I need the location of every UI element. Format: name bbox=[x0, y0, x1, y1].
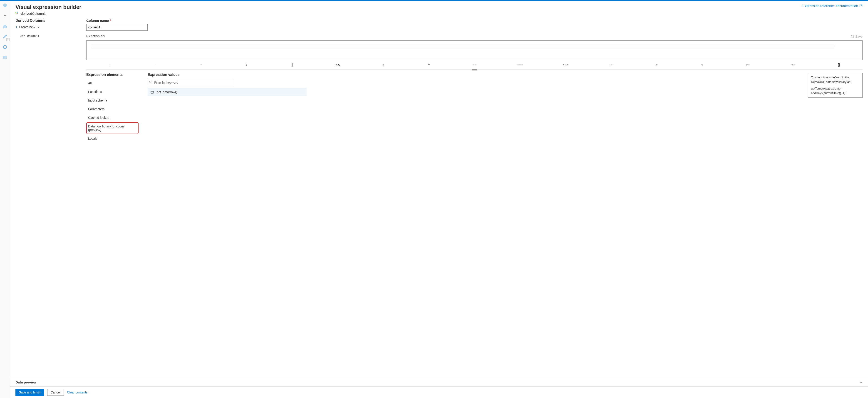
column-name-input[interactable] bbox=[86, 24, 148, 31]
op-multiply[interactable]: * bbox=[178, 61, 224, 68]
function-result-row[interactable]: getTomorrow() bbox=[148, 88, 307, 96]
svg-point-11 bbox=[149, 81, 151, 83]
svg-rect-1 bbox=[4, 5, 5, 6]
expression-element-item[interactable]: All bbox=[86, 79, 138, 87]
node-name: derivedColumn1 bbox=[21, 11, 45, 16]
author-icon[interactable]: 2 bbox=[1, 33, 9, 40]
monitor-icon[interactable] bbox=[1, 43, 9, 51]
save-expression-button[interactable]: Save bbox=[850, 35, 863, 38]
expression-line[interactable] bbox=[91, 44, 835, 49]
left-rail: 2 bbox=[0, 1, 10, 398]
op-neq[interactable]: != bbox=[588, 61, 634, 68]
expression-element-item[interactable]: Functions bbox=[86, 88, 138, 96]
svg-rect-2 bbox=[4, 4, 5, 5]
info-icon[interactable] bbox=[1, 2, 9, 9]
expression-element-item[interactable]: Data flow library functions (preview) bbox=[86, 122, 138, 134]
external-link-icon bbox=[859, 4, 863, 7]
dataflow-node-icon bbox=[16, 12, 19, 15]
type-badge: ANY bbox=[21, 35, 25, 37]
chevron-down-icon bbox=[37, 25, 39, 29]
op-or[interactable]: || bbox=[269, 61, 315, 68]
svg-rect-9 bbox=[17, 13, 18, 14]
expression-elements-heading: Expression elements bbox=[86, 73, 138, 77]
svg-rect-7 bbox=[16, 12, 17, 13]
op-plus[interactable]: + bbox=[87, 61, 133, 68]
op-minus[interactable]: - bbox=[133, 61, 179, 68]
resize-handle[interactable] bbox=[86, 69, 863, 72]
op-and[interactable]: && bbox=[315, 61, 361, 68]
op-eq-strict[interactable]: === bbox=[497, 61, 543, 68]
op-gt[interactable]: > bbox=[634, 61, 680, 68]
column-name: column1 bbox=[27, 34, 39, 38]
expression-element-item[interactable]: Parameters bbox=[86, 105, 138, 113]
op-lte[interactable]: <= bbox=[771, 61, 816, 68]
function-result-label: getTomorrow() bbox=[157, 90, 177, 94]
doc-link[interactable]: Expression reference documentation bbox=[803, 4, 863, 8]
expression-editor[interactable] bbox=[86, 40, 863, 60]
expression-label: Expression bbox=[86, 34, 105, 38]
function-tooltip: This function is defined in the DemoUDF … bbox=[808, 73, 863, 98]
calendar-icon bbox=[150, 90, 154, 94]
svg-rect-6 bbox=[4, 56, 6, 57]
op-index[interactable]: [] bbox=[816, 61, 862, 68]
page-title: Visual expression builder bbox=[16, 4, 81, 10]
op-eq[interactable]: == bbox=[452, 61, 497, 68]
expression-element-item[interactable]: Cached lookup bbox=[86, 114, 138, 122]
expand-rail-button[interactable] bbox=[1, 12, 9, 19]
op-lt[interactable]: < bbox=[680, 61, 725, 68]
manage-icon[interactable] bbox=[1, 54, 9, 61]
operator-toolbar: + - * / || && ! ^ == === <=> != > < >= <… bbox=[86, 60, 863, 69]
column-name-label: Column name bbox=[86, 19, 863, 23]
op-gte[interactable]: >= bbox=[725, 61, 771, 68]
expression-element-item[interactable]: Locals bbox=[86, 134, 138, 143]
op-not[interactable]: ! bbox=[361, 61, 406, 68]
data-preview-heading[interactable]: Data preview bbox=[16, 380, 37, 384]
author-badge: 2 bbox=[6, 38, 9, 41]
plus-icon: + bbox=[16, 25, 18, 29]
derived-columns-heading: Derived Columns bbox=[16, 19, 79, 23]
save-and-finish-button[interactable]: Save and finish bbox=[16, 389, 44, 396]
filter-input[interactable] bbox=[148, 79, 234, 86]
save-icon bbox=[850, 35, 854, 38]
op-spaceship[interactable]: <=> bbox=[543, 61, 588, 68]
home-icon[interactable] bbox=[1, 23, 9, 30]
expression-element-item[interactable]: Input schema bbox=[86, 96, 138, 104]
op-divide[interactable]: / bbox=[224, 61, 270, 68]
cancel-button[interactable]: Cancel bbox=[47, 389, 64, 396]
svg-rect-12 bbox=[151, 91, 154, 93]
op-xor[interactable]: ^ bbox=[406, 61, 452, 68]
svg-rect-8 bbox=[17, 12, 18, 13]
search-icon bbox=[149, 81, 152, 84]
clear-contents-link[interactable]: Clear contents bbox=[67, 391, 87, 394]
expression-values-heading: Expression values bbox=[148, 73, 863, 77]
chevron-up-icon[interactable] bbox=[859, 381, 863, 384]
create-new-button[interactable]: + Create new bbox=[16, 25, 79, 29]
column-list-item[interactable]: ANY column1 bbox=[16, 33, 79, 39]
svg-rect-10 bbox=[851, 35, 853, 36]
svg-point-4 bbox=[4, 47, 5, 48]
